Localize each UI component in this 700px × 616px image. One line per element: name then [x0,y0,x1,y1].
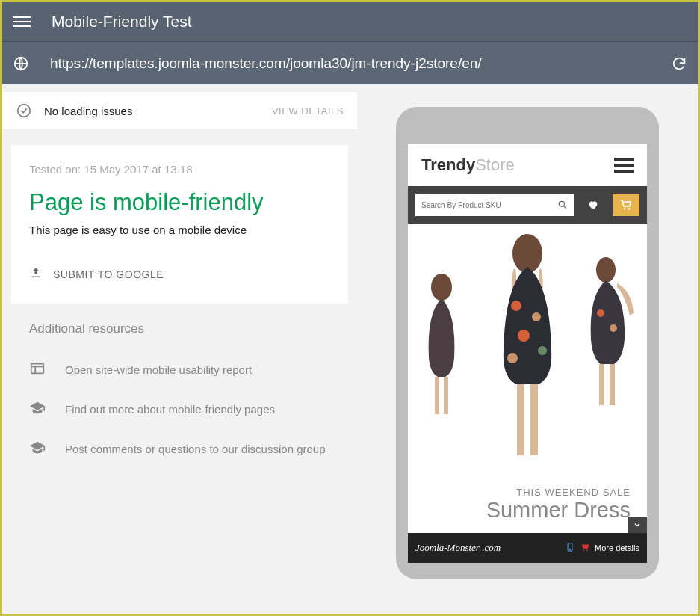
model-image-right [580,253,639,410]
check-icon [16,102,32,119]
svg-point-13 [538,346,547,355]
search-box[interactable] [415,194,574,216]
more-details-label: More details [595,543,639,552]
preview-panel: TrendyStore THIS WEEKEND SA [357,84,698,614]
search-input[interactable] [421,201,557,209]
svg-point-19 [610,324,617,332]
resource-label: Open site-wide mobile usability report [65,363,252,376]
school-icon [29,440,46,458]
svg-point-18 [597,309,604,317]
footer-toggle-icon[interactable] [628,517,647,533]
shop-footer: Joomla-Monster .com More details [408,533,647,563]
svg-rect-7 [435,377,439,414]
menu-icon[interactable] [13,13,31,30]
model-image-left [415,268,468,418]
hero-text: THIS WEEKEND SALE Summer Dress [486,487,631,523]
svg-point-17 [596,257,616,283]
resources-section: Additional resources Open site-wide mobi… [11,321,348,469]
resource-discussion[interactable]: Post comments or questions to our discus… [29,429,330,469]
svg-point-12 [518,330,530,342]
cart-button[interactable] [613,194,639,216]
footer-brand: Joomla-Monster .com [415,542,565,554]
search-row [408,186,647,224]
shop-brand: TrendyStore [421,155,515,175]
search-icon[interactable] [557,200,568,210]
phone-icon [565,542,575,554]
svg-point-14 [507,353,518,363]
submit-label: SUBMIT TO GOOGLE [53,268,164,280]
upload-icon [29,266,43,283]
resource-label: Find out more about mobile-friendly page… [65,403,275,416]
resource-usability-report[interactable]: Open site-wide mobile usability report [29,350,330,389]
app-header: Mobile-Friendly Test [2,2,698,41]
refresh-icon[interactable] [671,55,687,72]
cart-icon [580,542,590,554]
submit-to-google-button[interactable]: SUBMIT TO GOOGLE [29,259,330,290]
footer-more-link[interactable]: More details [565,542,639,554]
svg-rect-21 [610,364,615,405]
svg-point-24 [583,549,584,551]
webpage-icon [29,360,46,379]
svg-point-6 [431,274,452,301]
result-subhead: This page is easy to use on a mobile dev… [29,224,330,236]
globe-icon [13,55,29,72]
product-name: Summer Dress [486,498,631,523]
result-card: Tested on: 15 May 2017 at 13.18 Page is … [11,145,348,304]
result-headline: Page is mobile-friendly [29,189,330,216]
status-text: No loading issues [44,105,272,117]
content: No loading issues VIEW DETAILS Tested on… [2,84,698,614]
url-bar: https://templates.joomla-monster.com/joo… [2,41,698,84]
resources-title: Additional resources [29,321,330,336]
svg-rect-20 [599,364,604,405]
resource-learn-more[interactable]: Find out more about mobile-friendly page… [29,389,330,429]
school-icon [29,400,46,419]
svg-point-10 [511,301,521,311]
svg-point-23 [569,549,570,550]
svg-rect-16 [530,384,538,455]
resource-label: Post comments or questions to our discus… [65,443,326,455]
phone-mockup: TrendyStore THIS WEEKEND SA [396,107,659,579]
shop-header: TrendyStore [408,144,647,186]
model-image-center [475,231,580,463]
wishlist-button[interactable] [580,194,607,216]
svg-rect-15 [517,384,524,455]
svg-rect-8 [444,377,448,414]
left-panel: No loading issues VIEW DETAILS Tested on… [2,84,357,614]
status-row: No loading issues VIEW DETAILS [2,92,357,130]
view-details-link[interactable]: VIEW DETAILS [272,105,344,117]
tested-on-label: Tested on: 15 May 2017 at 13.18 [29,163,330,176]
svg-point-3 [559,201,564,206]
app-title: Mobile-Friendly Test [52,13,192,31]
phone-screen: TrendyStore THIS WEEKEND SA [408,144,647,563]
shop-menu-icon[interactable] [614,155,634,176]
svg-point-5 [628,209,629,209]
sale-label: THIS WEEKEND SALE [486,487,631,498]
url-text[interactable]: https://templates.joomla-monster.com/joo… [50,55,671,72]
hero-section: THIS WEEKEND SALE Summer Dress [408,224,647,533]
svg-rect-2 [31,364,44,374]
svg-point-11 [532,312,541,321]
svg-point-4 [624,209,625,209]
svg-point-1 [18,105,31,117]
svg-point-25 [586,549,588,551]
